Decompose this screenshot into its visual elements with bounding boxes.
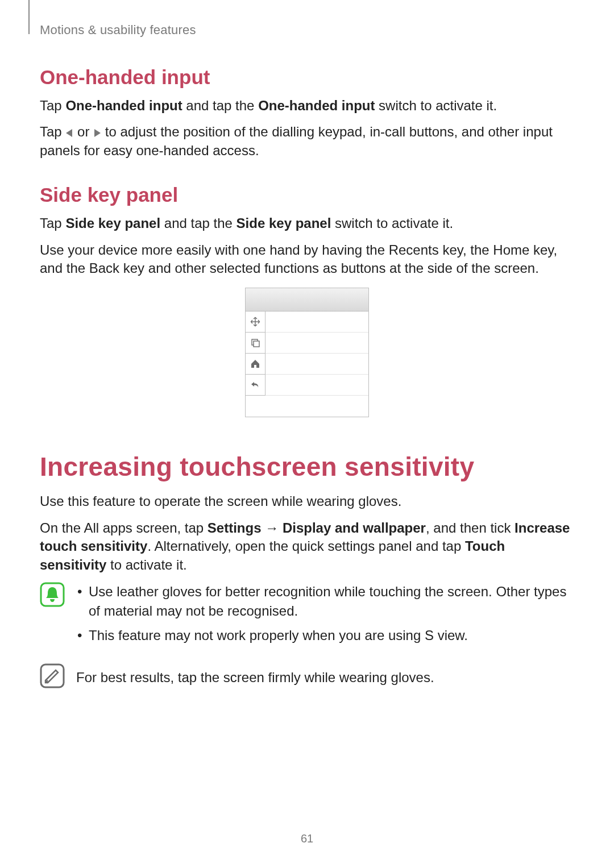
svg-marker-0 <box>66 129 72 137</box>
text: to adjust the position of the dialling k… <box>40 124 553 157</box>
bold-text: Display and wallpaper <box>283 520 426 535</box>
bold-text: One-handed input <box>258 98 375 113</box>
text: Tap <box>40 215 65 231</box>
paragraph: Tap or to adjust the position of the dia… <box>40 123 574 160</box>
text: . Alternatively, open the quick settings… <box>147 538 465 554</box>
phone-mock <box>245 288 369 417</box>
caution-bell-icon <box>40 582 65 607</box>
note-block: Use leather gloves for better recognitio… <box>40 582 574 651</box>
svg-rect-7 <box>41 665 64 687</box>
text: and tap the <box>182 98 258 113</box>
move-icon <box>246 312 265 333</box>
paragraph: Use this feature to operate the screen w… <box>40 492 574 510</box>
paragraph: On the All apps screen, tap Settings → D… <box>40 519 574 574</box>
paragraph: Tap Side key panel and tap the Side key … <box>40 214 574 232</box>
text: switch to activate it. <box>331 215 453 231</box>
heading-one-handed-input: One-handed input <box>40 66 574 89</box>
recents-icon <box>246 333 265 354</box>
svg-marker-1 <box>94 129 101 137</box>
note-block: For best results, tap the screen firmly … <box>40 663 574 688</box>
breadcrumb: Motions & usability features <box>40 23 574 38</box>
top-rule <box>28 0 30 34</box>
svg-rect-5 <box>254 341 259 347</box>
triangle-right-icon <box>93 128 101 138</box>
memo-icon <box>40 663 65 688</box>
triangle-left-icon <box>65 128 73 138</box>
heading-side-key-panel: Side key panel <box>40 184 574 206</box>
text: switch to activate it. <box>375 98 497 113</box>
text: and tap the <box>160 215 236 231</box>
bold-text: Side key panel <box>237 215 331 231</box>
paragraph: Use your device more easily with one han… <box>40 241 574 278</box>
paragraph: Tap One-handed input and tap the One-han… <box>40 97 574 115</box>
list-item: This feature may not work properly when … <box>89 626 574 645</box>
page-number: 61 <box>0 832 614 845</box>
text: or <box>73 124 93 139</box>
list-item: Use leather gloves for better recognitio… <box>89 582 574 620</box>
page: Motions & usability features One-handed … <box>0 0 614 868</box>
back-icon <box>246 375 265 396</box>
bold-text: Settings <box>208 520 262 535</box>
bold-text: One-handed input <box>65 98 182 113</box>
text: , and then tick <box>426 520 515 535</box>
heading-increasing-touchscreen-sensitivity: Increasing touchscreen sensitivity <box>40 451 574 482</box>
side-key-panel-illustration <box>40 288 574 417</box>
home-icon <box>246 354 265 375</box>
text: On the All apps screen, tap <box>40 520 208 535</box>
note-list: Use leather gloves for better recognitio… <box>76 582 574 651</box>
text: Tap <box>40 124 65 139</box>
bold-text: Side key panel <box>65 215 160 231</box>
text: to activate it. <box>106 557 186 572</box>
phone-status-bar <box>246 288 368 312</box>
text: → <box>262 520 283 535</box>
note-text: For best results, tap the screen firmly … <box>76 668 434 687</box>
text: Tap <box>40 98 65 113</box>
